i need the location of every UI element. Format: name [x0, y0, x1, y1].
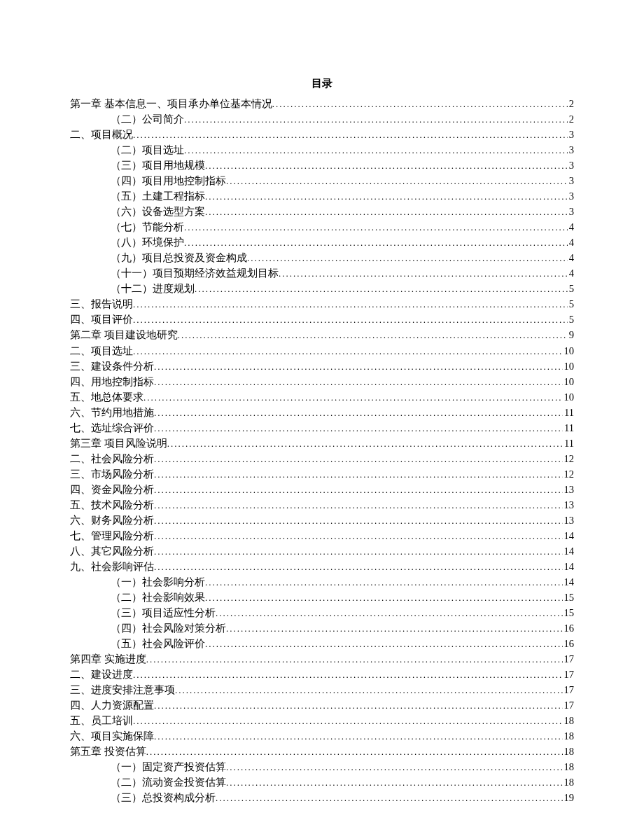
toc-entry: 第一章 基本信息一、项目承办单位基本情况2	[70, 96, 574, 111]
toc-entry-label: （一）社会影响分析	[111, 574, 205, 590]
toc-entry-page: 16	[563, 636, 575, 651]
toc-entry-label: （五）社会风险评价	[111, 636, 205, 651]
toc-entry-page: 17	[563, 697, 575, 713]
toc-entry: 四、资金风险分析13	[70, 482, 574, 497]
toc-entry: 四、项目评价5	[70, 312, 574, 327]
toc-entry: 二、项目选址10	[70, 343, 574, 359]
toc-leader-dots	[184, 144, 568, 158]
toc-entry-label: 五、技术风险分析	[70, 497, 154, 513]
toc-entry-page: 16	[563, 620, 575, 636]
toc-leader-dots	[133, 345, 563, 359]
toc-entry: 七、管理风险分析14	[70, 528, 574, 543]
toc-entry-label: （二）项目选址	[111, 142, 184, 158]
toc-entry-page: 3	[568, 142, 574, 158]
toc-entry-page: 18	[563, 774, 575, 790]
toc-entry-label: （二）公司简介	[111, 111, 184, 127]
toc-leader-dots	[178, 328, 568, 342]
toc-entry-page: 11	[563, 420, 574, 436]
toc-leader-dots	[144, 391, 563, 405]
toc-entry-page: 17	[563, 667, 575, 682]
toc-entry: （四）社会风险对策分析16	[70, 620, 574, 636]
toc-entry-page: 11	[563, 405, 574, 420]
toc-leader-dots	[205, 591, 563, 605]
toc-entry-page: 3	[568, 204, 574, 219]
toc-entry: （十一）项目预期经济效益规划目标4	[70, 265, 574, 281]
toc-entry: 四、人力资源配置17	[70, 697, 574, 713]
toc-leader-dots	[154, 483, 563, 497]
toc-entry: 五、员工培训18	[70, 713, 574, 728]
toc-leader-dots	[205, 159, 568, 173]
toc-entry-label: （二）流动资金投资估算	[111, 774, 226, 790]
toc-entry-label: （三）总投资构成分析	[111, 790, 216, 805]
toc-entry-page: 5	[568, 312, 574, 327]
toc-entry: （三）项目用地规模3	[70, 158, 574, 173]
toc-entry-label: 第二章 项目建设地研究	[70, 327, 178, 342]
toc-entry-page: 17	[563, 682, 575, 697]
toc-entry: 六、财务风险分析13	[70, 513, 574, 528]
toc-entry-label: （八）环境保护	[111, 235, 184, 250]
toc-entry-page: 9	[568, 327, 574, 342]
toc-leader-dots	[146, 653, 563, 667]
toc-entry-label: （三）项目用地规模	[111, 158, 205, 173]
toc-leader-dots	[205, 576, 563, 590]
toc-leader-dots	[167, 437, 563, 451]
toc-leader-dots	[154, 360, 563, 374]
toc-entry-page: 2	[568, 96, 574, 111]
toc-entry: 八、其它风险分析14	[70, 543, 574, 559]
toc-entry-label: 七、管理风险分析	[70, 528, 154, 543]
toc-entry-page: 4	[568, 235, 574, 250]
toc-leader-dots	[154, 560, 563, 574]
toc-entry: 四、用地控制指标10	[70, 374, 574, 389]
toc-entry: 第五章 投资估算18	[70, 744, 574, 759]
toc-entry-label: （五）土建工程指标	[111, 188, 205, 204]
toc-entry: 三、报告说明5	[70, 296, 574, 312]
toc-entry-page: 3	[568, 188, 574, 204]
toc-leader-dots	[175, 683, 563, 697]
toc-leader-dots	[205, 190, 568, 204]
toc-leader-dots	[205, 637, 563, 651]
toc-entry: （一）社会影响分析14	[70, 574, 574, 590]
toc-entry: （三）总投资构成分析19	[70, 790, 574, 805]
toc-entry-page: 15	[563, 605, 575, 620]
toc-entry-page: 14	[563, 559, 575, 574]
toc-entry-page: 4	[568, 250, 574, 265]
toc-entry-label: （十一）项目预期经济效益规划目标	[111, 265, 279, 281]
toc-entry: （一）固定资产投资估算18	[70, 759, 574, 774]
toc-entry-page: 5	[568, 281, 574, 296]
toc-entry-page: 12	[563, 451, 575, 466]
toc-entry: 五、技术风险分析13	[70, 497, 574, 513]
toc-leader-dots	[184, 221, 568, 235]
toc-entry: （九）项目总投资及资金构成4	[70, 250, 574, 265]
toc-leader-dots	[133, 668, 563, 682]
toc-entry-label: （二）社会影响效果	[111, 590, 205, 605]
toc-entry: 二、建设进度17	[70, 667, 574, 682]
toc-entry-label: （四）项目用地控制指标	[111, 173, 226, 188]
toc-entry-page: 3	[568, 127, 574, 142]
toc-entry-label: 二、项目选址	[70, 343, 133, 359]
toc-entry-page: 13	[563, 482, 575, 497]
toc-entry: 九、社会影响评估14	[70, 559, 574, 574]
toc-leader-dots	[272, 97, 568, 111]
toc-entry-page: 17	[563, 651, 575, 667]
toc-entry-label: 第一章 基本信息一、项目承办单位基本情况	[70, 96, 272, 111]
toc-entry: 六、项目实施保障18	[70, 728, 574, 744]
toc-entry-page: 18	[563, 744, 575, 759]
toc-entry: （八）环境保护4	[70, 235, 574, 250]
toc-entry-label: （六）设备选型方案	[111, 204, 205, 219]
toc-entry-page: 13	[563, 497, 575, 513]
toc-leader-dots	[154, 529, 563, 543]
toc-leader-dots	[133, 298, 568, 312]
toc-entry: （二）社会影响效果15	[70, 590, 574, 605]
toc-leader-dots	[247, 251, 568, 265]
toc-entry-page: 18	[563, 713, 575, 728]
toc-entry-label: 三、进度安排注意事项	[70, 682, 175, 697]
toc-leader-dots	[226, 174, 568, 188]
toc-entry-label: 第三章 项目风险说明	[70, 436, 167, 451]
toc-leader-dots	[184, 113, 568, 127]
toc-leader-dots	[216, 791, 563, 805]
toc-leader-dots	[154, 422, 563, 436]
toc-entry: 七、选址综合评价11	[70, 420, 574, 436]
toc-entry-page: 14	[563, 543, 575, 559]
toc-entry-page: 10	[563, 359, 575, 374]
toc-entry-label: 三、市场风险分析	[70, 466, 154, 482]
